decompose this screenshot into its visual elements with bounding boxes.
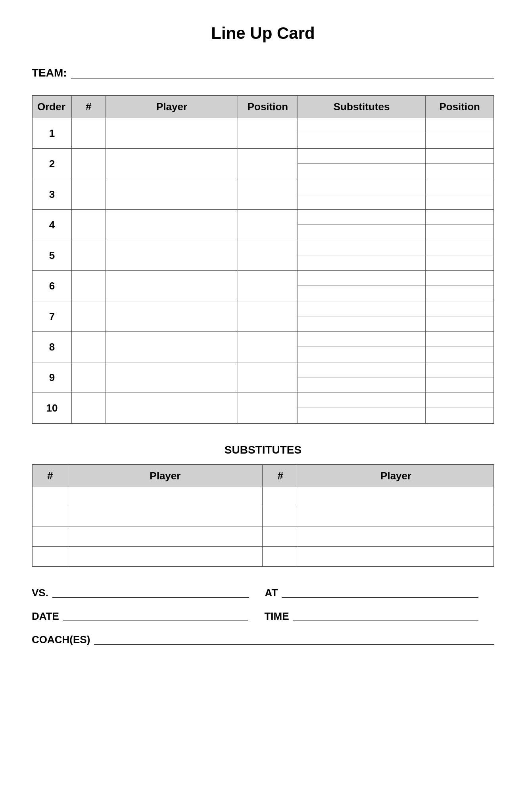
sub-row: [426, 393, 493, 408]
sub-row: [426, 347, 493, 362]
position2-cell: [426, 240, 494, 271]
position2-cell: [426, 362, 494, 393]
sub-table-cell: [68, 527, 263, 547]
position-cell: [238, 210, 298, 240]
order-cell: 7: [32, 301, 71, 332]
sub-table-cell: [298, 547, 494, 567]
player-cell: [106, 179, 238, 210]
sub-table-cell: [298, 527, 494, 547]
order-cell: 2: [32, 149, 71, 179]
time-underline: [293, 611, 478, 621]
sub-table-row: [32, 507, 494, 527]
substitutes-cell: [298, 393, 426, 424]
position-cell: [238, 118, 298, 149]
substitutes-table: # Player # Player: [32, 464, 494, 567]
position2-cell: [426, 332, 494, 362]
sub-table-cell: [32, 507, 68, 527]
sub-table-cell: [263, 487, 298, 507]
sub-row: [426, 149, 493, 164]
sub-table-cell: [32, 547, 68, 567]
position-cell: [238, 240, 298, 271]
sub-row: [426, 194, 493, 209]
coach-underline: [94, 634, 494, 645]
sub-row: [298, 255, 426, 270]
position2-cell: [426, 149, 494, 179]
sub-table-cell: [32, 487, 68, 507]
header-position2: Position: [426, 96, 494, 118]
table-row: 1: [32, 118, 494, 149]
hash-cell: [71, 118, 106, 149]
hash-cell: [71, 332, 106, 362]
sub-table-row: [32, 487, 494, 507]
hash-cell: [71, 271, 106, 301]
sub-table-header-row: # Player # Player: [32, 465, 494, 487]
table-row: 3: [32, 179, 494, 210]
position2-cell: [426, 210, 494, 240]
vs-label: VS.: [32, 587, 48, 599]
hash-cell: [71, 149, 106, 179]
sub-header-hash1: #: [32, 465, 68, 487]
sub-row: [426, 408, 493, 423]
position-cell: [238, 271, 298, 301]
table-row: 9: [32, 362, 494, 393]
table-row: 5: [32, 240, 494, 271]
sub-row: [426, 240, 493, 255]
position2-cell: [426, 118, 494, 149]
sub-table-cell: [68, 547, 263, 567]
order-cell: 3: [32, 179, 71, 210]
hash-cell: [71, 179, 106, 210]
sub-row: [426, 316, 493, 331]
sub-row: [426, 286, 493, 301]
sub-row: [426, 301, 493, 316]
player-cell: [106, 332, 238, 362]
sub-row: [298, 225, 426, 240]
header-hash: #: [71, 96, 106, 118]
substitutes-cell: [298, 118, 426, 149]
substitutes-cell: [298, 179, 426, 210]
substitutes-cell: [298, 332, 426, 362]
sub-header-player1: Player: [68, 465, 263, 487]
substitutes-cell: [298, 149, 426, 179]
vs-underline: [52, 588, 249, 598]
hash-cell: [71, 301, 106, 332]
table-row: 10: [32, 393, 494, 424]
bottom-section: VS. AT DATE TIME COACH(ES): [32, 587, 494, 646]
sub-table-row: [32, 527, 494, 547]
sub-row: [298, 210, 426, 225]
team-row: TEAM:: [32, 67, 494, 79]
position2-cell: [426, 393, 494, 424]
sub-row: [426, 377, 493, 393]
position-cell: [238, 362, 298, 393]
table-row: 7: [32, 301, 494, 332]
table-row: 2: [32, 149, 494, 179]
date-label: DATE: [32, 610, 59, 622]
order-cell: 4: [32, 210, 71, 240]
table-row: 4: [32, 210, 494, 240]
order-cell: 8: [32, 332, 71, 362]
sub-table-cell: [298, 507, 494, 527]
sub-header-hash2: #: [263, 465, 298, 487]
order-cell: 1: [32, 118, 71, 149]
sub-row: [298, 377, 426, 393]
sub-row: [426, 210, 493, 225]
sub-row: [298, 240, 426, 255]
position-cell: [238, 393, 298, 424]
page-title: Line Up Card: [32, 24, 494, 43]
sub-row: [298, 133, 426, 148]
order-cell: 9: [32, 362, 71, 393]
header-position: Position: [238, 96, 298, 118]
header-order: Order: [32, 96, 71, 118]
table-row: 6: [32, 271, 494, 301]
sub-row: [426, 255, 493, 270]
player-cell: [106, 271, 238, 301]
sub-row: [298, 179, 426, 194]
substitutes-cell: [298, 301, 426, 332]
order-cell: 6: [32, 271, 71, 301]
position-cell: [238, 301, 298, 332]
coach-label: COACH(ES): [32, 634, 90, 646]
date-row: DATE TIME: [32, 610, 494, 622]
sub-table-cell: [263, 527, 298, 547]
at-label: AT: [265, 587, 278, 599]
sub-row: [426, 362, 493, 377]
player-cell: [106, 393, 238, 424]
